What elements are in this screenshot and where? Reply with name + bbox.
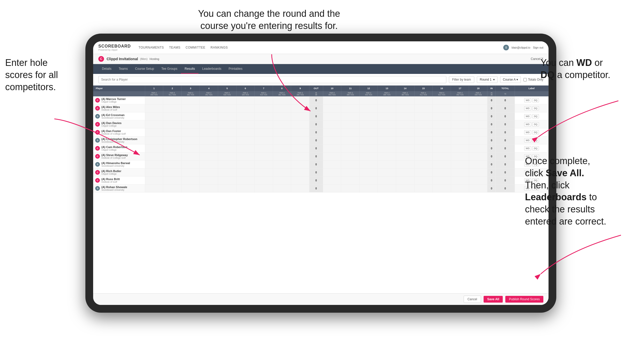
hole-17-score[interactable] [451, 136, 469, 144]
hole-4-input[interactable] [206, 139, 212, 142]
hole-7-score[interactable] [255, 104, 273, 112]
hole-16-input[interactable] [439, 131, 445, 134]
hole-4-input[interactable] [206, 99, 212, 102]
hole-15-score[interactable] [414, 96, 433, 104]
hole-2-score[interactable] [163, 96, 182, 104]
hole-7-score[interactable] [255, 112, 273, 120]
hole-16-score[interactable] [433, 112, 451, 120]
hole-9-score[interactable] [291, 120, 309, 128]
hole-5-input[interactable] [224, 171, 230, 174]
hole-5-input[interactable] [224, 155, 230, 158]
hole-17-score[interactable] [451, 112, 469, 120]
hole-10-input[interactable] [329, 147, 335, 150]
totals-only-checkbox[interactable] [523, 78, 527, 81]
hole-11-score[interactable] [341, 104, 360, 112]
tab-teams[interactable]: Teams [115, 64, 131, 74]
hole-13-input[interactable] [384, 107, 390, 110]
hole-13-input[interactable] [384, 139, 390, 142]
hole-14-input[interactable] [402, 147, 408, 150]
hole-15-input[interactable] [420, 139, 426, 142]
hole-17-input[interactable] [457, 99, 463, 102]
hole-7-input[interactable] [261, 99, 267, 102]
hole-15-input[interactable] [420, 147, 426, 150]
hole-10-score[interactable] [323, 112, 341, 120]
hole-4-input[interactable] [206, 163, 212, 166]
hole-9-input[interactable] [297, 179, 303, 182]
hole-5-score[interactable] [218, 168, 236, 176]
hole-1-input[interactable] [151, 187, 157, 190]
hole-15-score[interactable] [414, 120, 433, 128]
hole-5-input[interactable] [224, 107, 230, 110]
hole-14-input[interactable] [402, 139, 408, 142]
hole-12-input[interactable] [366, 155, 372, 158]
dq-button[interactable]: DQ [532, 122, 539, 126]
hole-10-score[interactable] [323, 176, 341, 184]
hole-9-score[interactable] [291, 176, 309, 184]
hole-11-score[interactable] [341, 112, 360, 120]
hole-7-input[interactable] [261, 139, 267, 142]
hole-9-score[interactable] [291, 136, 309, 144]
hole-4-score[interactable] [200, 152, 218, 160]
hole-7-score[interactable] [255, 120, 273, 128]
hole-14-score[interactable] [396, 160, 414, 168]
hole-13-score[interactable] [378, 152, 396, 160]
hole-6-input[interactable] [242, 163, 248, 166]
hole-5-score[interactable] [218, 136, 236, 144]
hole-12-input[interactable] [366, 147, 372, 150]
hole-2-score[interactable] [163, 120, 182, 128]
hole-1-input[interactable] [151, 139, 157, 142]
hole-16-score[interactable] [433, 96, 451, 104]
hole-9-input[interactable] [297, 131, 303, 134]
hole-4-input[interactable] [206, 155, 212, 158]
hole-1-input[interactable] [151, 147, 157, 150]
hole-10-score[interactable] [323, 128, 341, 136]
hole-10-input[interactable] [329, 187, 335, 190]
hole-1-input[interactable] [151, 115, 157, 118]
hole-5-input[interactable] [224, 131, 230, 134]
hole-17-score[interactable] [451, 128, 469, 136]
hole-9-score[interactable] [291, 104, 309, 112]
hole-8-score[interactable] [273, 168, 291, 176]
hole-10-input[interactable] [329, 123, 335, 126]
hole-17-input[interactable] [457, 115, 463, 118]
hole-15-input[interactable] [420, 123, 426, 126]
hole-15-score[interactable] [414, 136, 433, 144]
hole-11-input[interactable] [347, 155, 353, 158]
hole-4-input[interactable] [206, 179, 212, 182]
hole-2-input[interactable] [169, 123, 175, 126]
hole-17-score[interactable] [451, 160, 469, 168]
hole-7-input[interactable] [261, 107, 267, 110]
hole-7-score[interactable] [255, 144, 273, 152]
hole-16-input[interactable] [439, 155, 445, 158]
hole-6-input[interactable] [242, 187, 248, 190]
hole-12-score[interactable] [359, 120, 378, 128]
hole-9-input[interactable] [297, 99, 303, 102]
hole-14-input[interactable] [402, 123, 408, 126]
hole-8-input[interactable] [279, 187, 285, 190]
hole-15-score[interactable] [414, 144, 433, 152]
hole-12-score[interactable] [359, 144, 378, 152]
hole-9-score[interactable] [291, 152, 309, 160]
hole-5-input[interactable] [224, 99, 230, 102]
hole-13-input[interactable] [384, 131, 390, 134]
hole-11-score[interactable] [341, 96, 360, 104]
hole-2-score[interactable] [163, 184, 182, 193]
nav-tournaments[interactable]: TOURNAMENTS [139, 46, 164, 49]
hole-13-input[interactable] [384, 179, 390, 182]
hole-2-input[interactable] [169, 163, 175, 166]
hole-8-input[interactable] [279, 179, 285, 182]
hole-16-score[interactable] [433, 144, 451, 152]
hole-4-score[interactable] [200, 144, 218, 152]
hole-17-input[interactable] [457, 163, 463, 166]
hole-4-score[interactable] [200, 168, 218, 176]
hole-1-score[interactable] [145, 136, 163, 144]
hole-5-input[interactable] [224, 179, 230, 182]
hole-6-score[interactable] [236, 168, 255, 176]
hole-16-input[interactable] [439, 171, 445, 174]
hole-7-score[interactable] [255, 152, 273, 160]
hole-17-input[interactable] [457, 131, 463, 134]
hole-18-input[interactable] [475, 179, 481, 182]
hole-11-score[interactable] [341, 168, 360, 176]
hole-8-score[interactable] [273, 144, 291, 152]
hole-3-input[interactable] [188, 123, 194, 126]
